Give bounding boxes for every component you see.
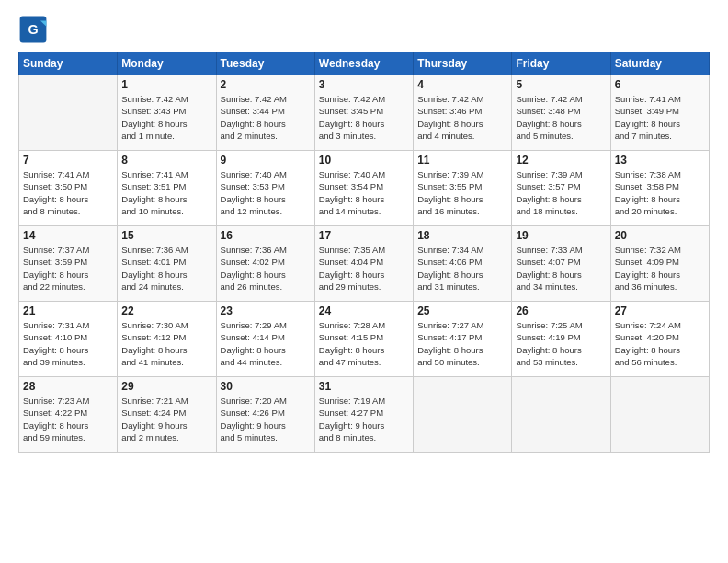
calendar-header-wednesday: Wednesday [314,52,413,75]
day-info: Sunrise: 7:19 AM Sunset: 4:27 PM Dayligh… [319,395,409,443]
day-info: Sunrise: 7:34 AM Sunset: 4:06 PM Dayligh… [417,244,507,293]
day-info: Sunrise: 7:40 AM Sunset: 3:53 PM Dayligh… [221,168,311,217]
day-number: 12 [516,154,606,167]
calendar-cell [512,377,610,453]
day-number: 6 [615,78,705,91]
day-number: 9 [221,154,311,167]
day-number: 18 [417,229,507,242]
day-info: Sunrise: 7:37 AM Sunset: 3:59 PM Dayligh… [23,244,113,293]
day-info: Sunrise: 7:32 AM Sunset: 4:09 PM Dayligh… [615,244,705,293]
calendar-cell: 10Sunrise: 7:40 AM Sunset: 3:54 PM Dayli… [314,151,413,226]
logo: G [18,15,51,44]
day-info: Sunrise: 7:30 AM Sunset: 4:12 PM Dayligh… [121,319,211,368]
day-number: 15 [121,229,211,242]
calendar-header-thursday: Thursday [414,52,512,75]
day-info: Sunrise: 7:41 AM Sunset: 3:51 PM Dayligh… [121,168,211,217]
day-number: 8 [121,154,211,167]
day-number: 13 [615,154,705,167]
day-number: 2 [221,78,311,91]
day-number: 7 [23,154,113,167]
day-info: Sunrise: 7:28 AM Sunset: 4:15 PM Dayligh… [319,319,409,368]
calendar-header-sunday: Sunday [19,52,118,75]
calendar-cell: 13Sunrise: 7:38 AM Sunset: 3:58 PM Dayli… [610,151,709,226]
calendar-cell: 22Sunrise: 7:30 AM Sunset: 4:12 PM Dayli… [118,302,216,377]
calendar-cell: 11Sunrise: 7:39 AM Sunset: 3:55 PM Dayli… [414,151,512,226]
calendar-cell: 17Sunrise: 7:35 AM Sunset: 4:04 PM Dayli… [314,226,413,302]
day-number: 16 [221,229,311,242]
day-info: Sunrise: 7:42 AM Sunset: 3:46 PM Dayligh… [417,93,507,142]
calendar-cell: 14Sunrise: 7:37 AM Sunset: 3:59 PM Dayli… [19,226,118,302]
calendar-cell: 9Sunrise: 7:40 AM Sunset: 3:53 PM Daylig… [216,151,314,226]
day-info: Sunrise: 7:41 AM Sunset: 3:49 PM Dayligh… [615,93,705,142]
day-number: 23 [221,304,311,317]
day-info: Sunrise: 7:42 AM Sunset: 3:43 PM Dayligh… [121,93,211,142]
calendar-cell: 19Sunrise: 7:33 AM Sunset: 4:07 PM Dayli… [512,226,610,302]
calendar-cell: 5Sunrise: 7:42 AM Sunset: 3:48 PM Daylig… [512,75,610,151]
day-info: Sunrise: 7:39 AM Sunset: 3:57 PM Dayligh… [516,168,606,217]
calendar-cell: 31Sunrise: 7:19 AM Sunset: 4:27 PM Dayli… [314,377,413,453]
calendar-cell: 1Sunrise: 7:42 AM Sunset: 3:43 PM Daylig… [118,75,216,151]
calendar-cell: 3Sunrise: 7:42 AM Sunset: 3:45 PM Daylig… [314,75,413,151]
calendar-cell [414,377,512,453]
calendar-week-2: 7Sunrise: 7:41 AM Sunset: 3:50 PM Daylig… [19,151,710,226]
calendar-header-monday: Monday [118,52,216,75]
day-number: 4 [417,78,507,91]
day-info: Sunrise: 7:23 AM Sunset: 4:22 PM Dayligh… [23,395,113,443]
calendar-cell: 28Sunrise: 7:23 AM Sunset: 4:22 PM Dayli… [19,377,118,453]
day-info: Sunrise: 7:42 AM Sunset: 3:48 PM Dayligh… [516,93,606,142]
day-info: Sunrise: 7:38 AM Sunset: 3:58 PM Dayligh… [615,168,705,217]
day-info: Sunrise: 7:20 AM Sunset: 4:26 PM Dayligh… [221,395,311,443]
calendar-cell: 4Sunrise: 7:42 AM Sunset: 3:46 PM Daylig… [414,75,512,151]
calendar-cell: 27Sunrise: 7:24 AM Sunset: 4:20 PM Dayli… [610,302,709,377]
calendar-cell: 21Sunrise: 7:31 AM Sunset: 4:10 PM Dayli… [19,302,118,377]
calendar-header-saturday: Saturday [610,52,709,75]
calendar-header-tuesday: Tuesday [216,52,314,75]
day-number: 25 [417,304,507,317]
calendar-header-row: SundayMondayTuesdayWednesdayThursdayFrid… [19,52,710,75]
day-number: 5 [516,78,606,91]
day-info: Sunrise: 7:21 AM Sunset: 4:24 PM Dayligh… [121,395,211,443]
day-number: 17 [319,229,409,242]
day-number: 11 [417,154,507,167]
calendar-cell [610,377,709,453]
day-number: 10 [319,154,409,167]
calendar-cell: 2Sunrise: 7:42 AM Sunset: 3:44 PM Daylig… [216,75,314,151]
calendar-cell: 16Sunrise: 7:36 AM Sunset: 4:02 PM Dayli… [216,226,314,302]
svg-text:G: G [28,22,38,37]
day-number: 20 [615,229,705,242]
logo-icon: G [18,15,48,44]
calendar-cell: 8Sunrise: 7:41 AM Sunset: 3:51 PM Daylig… [118,151,216,226]
day-number: 24 [319,304,409,317]
day-info: Sunrise: 7:36 AM Sunset: 4:01 PM Dayligh… [121,244,211,293]
day-info: Sunrise: 7:31 AM Sunset: 4:10 PM Dayligh… [23,319,113,368]
calendar-cell: 18Sunrise: 7:34 AM Sunset: 4:06 PM Dayli… [414,226,512,302]
calendar-cell: 25Sunrise: 7:27 AM Sunset: 4:17 PM Dayli… [414,302,512,377]
calendar-cell: 12Sunrise: 7:39 AM Sunset: 3:57 PM Dayli… [512,151,610,226]
day-info: Sunrise: 7:41 AM Sunset: 3:50 PM Dayligh… [23,168,113,217]
day-info: Sunrise: 7:39 AM Sunset: 3:55 PM Dayligh… [417,168,507,217]
day-number: 26 [516,304,606,317]
calendar-cell: 6Sunrise: 7:41 AM Sunset: 3:49 PM Daylig… [610,75,709,151]
calendar-week-5: 28Sunrise: 7:23 AM Sunset: 4:22 PM Dayli… [19,377,710,453]
calendar-cell: 30Sunrise: 7:20 AM Sunset: 4:26 PM Dayli… [216,377,314,453]
day-number: 29 [121,380,211,393]
calendar-cell: 23Sunrise: 7:29 AM Sunset: 4:14 PM Dayli… [216,302,314,377]
day-info: Sunrise: 7:42 AM Sunset: 3:45 PM Dayligh… [319,93,409,142]
calendar-cell [19,75,118,151]
day-number: 14 [23,229,113,242]
calendar-week-4: 21Sunrise: 7:31 AM Sunset: 4:10 PM Dayli… [19,302,710,377]
page: G SundayMondayTuesdayWednesdayThursdayFr… [0,0,728,563]
day-number: 30 [221,380,311,393]
day-number: 1 [121,78,211,91]
day-info: Sunrise: 7:40 AM Sunset: 3:54 PM Dayligh… [319,168,409,217]
day-number: 28 [23,380,113,393]
day-number: 3 [319,78,409,91]
calendar: SundayMondayTuesdayWednesdayThursdayFrid… [18,52,710,453]
day-number: 31 [319,380,409,393]
day-info: Sunrise: 7:36 AM Sunset: 4:02 PM Dayligh… [221,244,311,293]
calendar-cell: 7Sunrise: 7:41 AM Sunset: 3:50 PM Daylig… [19,151,118,226]
calendar-cell: 26Sunrise: 7:25 AM Sunset: 4:19 PM Dayli… [512,302,610,377]
calendar-header-friday: Friday [512,52,610,75]
day-info: Sunrise: 7:35 AM Sunset: 4:04 PM Dayligh… [319,244,409,293]
header: G [18,15,710,44]
